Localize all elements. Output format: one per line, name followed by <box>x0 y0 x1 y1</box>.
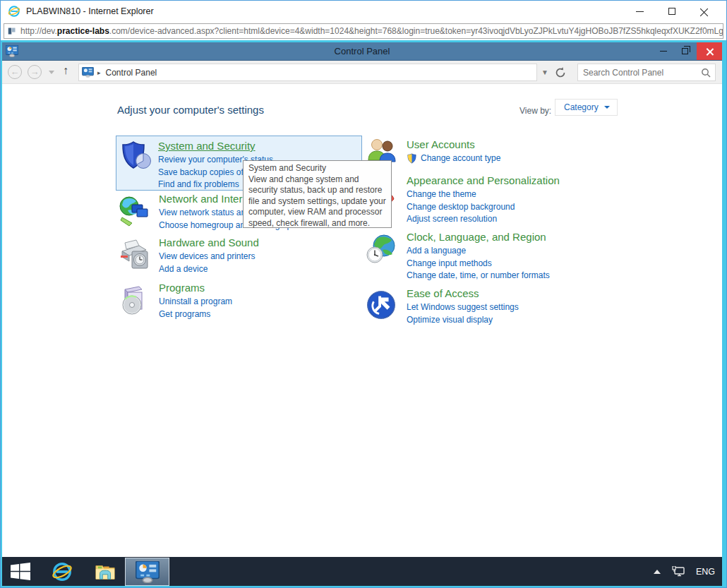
link-change-theme[interactable]: Change the theme <box>407 188 662 201</box>
link-input-methods[interactable]: Change input methods <box>407 258 662 270</box>
ie-window: PLABWIN810 - Internet Explorer http://de… <box>0 0 727 588</box>
remote-desktop: Control Panel ← → ↑ <box>2 42 722 586</box>
cp-close-button[interactable] <box>697 42 722 60</box>
category-programs[interactable]: Programs Uninstall a program Get program… <box>118 281 400 320</box>
category-hardware-sound[interactable]: Hardware and Sound View devices and prin… <box>118 236 400 275</box>
ie-close-button[interactable] <box>688 1 721 22</box>
clock-language-icon <box>366 233 398 265</box>
chevron-down-icon <box>604 106 610 109</box>
taskbar: ENG <box>2 557 722 586</box>
cp-restore-button[interactable] <box>674 42 695 60</box>
category-appearance[interactable]: Appearance and Personalization Change th… <box>366 174 662 226</box>
url-text: http://dev.practice-labs.com/device-adva… <box>20 26 723 36</box>
view-by-label: View by: <box>519 103 551 119</box>
ie-titlebar: PLABWIN810 - Internet Explorer <box>1 1 726 22</box>
address-dropdown-button[interactable]: ▼ <box>537 64 553 81</box>
search-icon[interactable] <box>701 68 711 78</box>
taskbar-file-explorer-icon[interactable] <box>95 561 116 582</box>
cp-content: Adjust your computer's settings View by:… <box>2 84 722 557</box>
ease-of-access-icon <box>366 289 397 320</box>
uac-shield-icon <box>407 153 417 164</box>
category-clock-language[interactable]: Clock, Language, and Region Add a langua… <box>366 230 662 282</box>
url-input[interactable]: http://dev.practice-labs.com/device-adva… <box>4 23 723 39</box>
taskbar-control-panel-button[interactable] <box>125 558 169 586</box>
hardware-sound-icon <box>118 239 150 271</box>
link-screen-resolution[interactable]: Adjust screen resolution <box>407 213 662 226</box>
link-get-programs[interactable]: Get programs <box>159 308 400 321</box>
user-accounts-title-link[interactable]: User Accounts <box>407 138 475 152</box>
tooltip-title: System and Security <box>248 163 387 174</box>
link-change-account-type[interactable]: Change account type <box>421 152 500 165</box>
internet-explorer-icon <box>8 5 20 18</box>
category-user-accounts[interactable]: User Accounts Change account type <box>366 138 662 165</box>
tooltip-body: View and change system and security stat… <box>248 174 387 229</box>
clock-language-title-link[interactable]: Clock, Language, and Region <box>407 230 546 244</box>
tooltip-system-security: System and Security View and change syst… <box>243 160 392 228</box>
taskbar-ie-icon[interactable] <box>52 561 73 582</box>
address-breadcrumb[interactable]: ▸ Control Panel <box>78 64 537 81</box>
link-add-device[interactable]: Add a device <box>159 263 400 276</box>
up-button[interactable]: ↑ <box>63 64 68 77</box>
show-hidden-icons-button[interactable] <box>654 570 661 574</box>
link-optimize-display[interactable]: Optimize visual display <box>407 314 662 327</box>
ie-window-title: PLABWIN810 - Internet Explorer <box>26 6 154 16</box>
search-input[interactable] <box>583 66 696 78</box>
link-desktop-background[interactable]: Change desktop background <box>407 201 662 214</box>
ie-maximize-button[interactable] <box>656 1 688 22</box>
refresh-button[interactable] <box>554 66 567 79</box>
ie-address-bar: http://dev.practice-labs.com/device-adva… <box>1 22 726 40</box>
programs-title-link[interactable]: Programs <box>159 281 205 295</box>
page-icon <box>8 27 16 35</box>
system-security-icon <box>120 140 152 172</box>
lab-viewport-frame: Control Panel ← → ↑ <box>1 40 726 587</box>
start-button[interactable] <box>11 563 30 580</box>
programs-icon <box>118 284 150 316</box>
language-indicator[interactable]: ENG <box>696 567 715 577</box>
taskbar-control-panel-icon <box>136 561 160 583</box>
category-ease-access[interactable]: Ease of Access Let Windows suggest setti… <box>366 287 662 326</box>
link-add-language[interactable]: Add a language <box>407 245 662 258</box>
link-date-time-formats[interactable]: Change date, time, or number formats <box>407 270 662 282</box>
view-by-dropdown[interactable]: Category <box>555 99 618 116</box>
search-box <box>577 64 716 81</box>
page-title: Adjust your computer's settings <box>117 104 264 116</box>
ease-access-title-link[interactable]: Ease of Access <box>407 287 479 301</box>
cp-navbar: ← → ↑ ▸ Control Panel ▼ <box>2 61 722 84</box>
link-uninstall-program[interactable]: Uninstall a program <box>159 296 400 308</box>
recent-pages-dropdown[interactable] <box>49 71 54 74</box>
network-internet-icon <box>118 195 150 227</box>
hardware-sound-title-link[interactable]: Hardware and Sound <box>159 236 259 250</box>
system-security-title-link[interactable]: System and Security <box>158 139 256 153</box>
network-tray-icon[interactable] <box>672 566 685 577</box>
link-devices-printers[interactable]: View devices and printers <box>159 251 400 263</box>
cp-minimize-button[interactable] <box>653 42 674 60</box>
link-suggest-settings[interactable]: Let Windows suggest settings <box>407 301 662 314</box>
back-button[interactable]: ← <box>8 65 22 79</box>
window-title: Control Panel <box>2 46 722 56</box>
ie-minimize-button[interactable] <box>623 1 656 22</box>
appearance-title-link[interactable]: Appearance and Personalization <box>407 174 560 188</box>
breadcrumb-arrow: ▸ <box>97 69 101 76</box>
breadcrumb[interactable]: Control Panel <box>106 68 157 78</box>
forward-button[interactable]: → <box>28 65 42 79</box>
control-panel-titlebar: Control Panel <box>2 42 722 61</box>
control-panel-small-icon <box>82 67 94 78</box>
